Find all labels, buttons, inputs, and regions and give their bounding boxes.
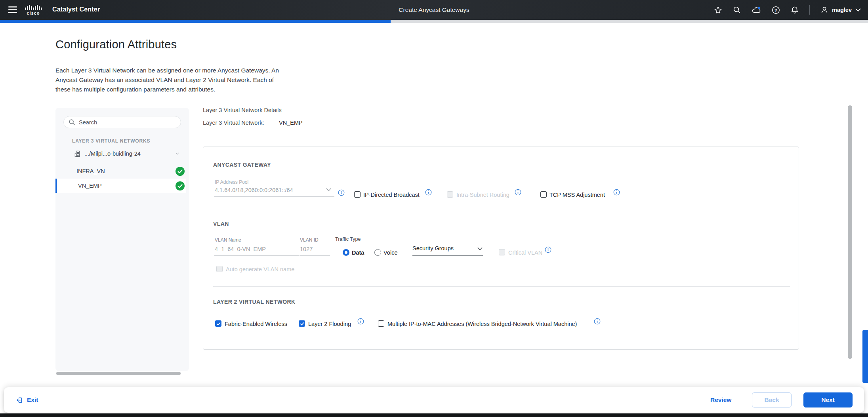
virtual-networks-sidebar <box>55 108 189 371</box>
exit-door-icon <box>16 396 23 404</box>
input-underline <box>412 255 483 256</box>
sidebar-horizontal-scrollbar[interactable] <box>56 372 181 375</box>
complete-check-icon <box>176 167 185 177</box>
tcp-mss-adjustment-checkbox[interactable] <box>540 191 547 198</box>
intra-subnet-routing-checkbox <box>447 191 453 198</box>
vlan-id-label: VLAN ID <box>300 237 319 243</box>
vlan-id-input: 1027 <box>300 246 313 252</box>
chevron-down-icon <box>855 8 861 12</box>
checkbox-label: TCP MSS Adjustment <box>549 192 605 198</box>
checkbox-label: Layer 2 Flooding <box>308 321 351 327</box>
header-actions: ? maglev <box>714 0 861 20</box>
input-underline <box>214 255 300 256</box>
search-icon[interactable] <box>733 6 741 14</box>
workflow-progress-fill <box>0 20 391 23</box>
divider <box>213 286 790 287</box>
vlan-section-title: VLAN <box>213 221 229 227</box>
info-icon[interactable] <box>545 246 551 255</box>
sidebar-site-item[interactable]: .../Milpi...o-buidling-24 <box>74 148 182 159</box>
sidebar-item-vn-emp[interactable]: VN_EMP <box>55 179 186 193</box>
input-underline <box>300 255 330 256</box>
back-label: Back <box>764 396 779 404</box>
anycast-gateway-section-title: ANYCAST GATEWAY <box>213 162 271 168</box>
details-title: Layer 3 Virtual Network Details <box>203 107 282 113</box>
traffic-type-label: Traffic Type <box>335 236 361 242</box>
sidebar-search[interactable] <box>63 116 181 128</box>
page-description: Each Layer 3 Virtual Network can be assi… <box>55 66 279 94</box>
page-description-line: Anycast Gateway has an associated VLAN a… <box>55 75 279 85</box>
gateway-config-card: ANYCAST GATEWAY IP Address Pool 4.1.64.0… <box>203 147 799 350</box>
svg-text:?: ? <box>775 8 777 12</box>
username: maglev <box>832 7 852 13</box>
header-divider <box>809 5 810 15</box>
exit-label: Exit <box>27 396 38 404</box>
next-label: Next <box>821 396 835 404</box>
checkbox-label: Multiple IP-to-MAC Addresses (Wireless B… <box>387 321 577 327</box>
divider <box>213 207 790 207</box>
checkbox-label: Fabric-Enabled Wireless <box>225 321 287 327</box>
user-menu[interactable]: maglev <box>820 6 861 14</box>
input-underline <box>214 196 334 197</box>
review-label: Review <box>710 396 731 404</box>
auto-generate-vlan-checkbox <box>216 266 223 272</box>
exit-button[interactable]: Exit <box>16 387 38 413</box>
back-button: Back <box>752 392 792 407</box>
traffic-voice-radio[interactable] <box>374 249 381 256</box>
window-bottom-edge <box>0 413 868 417</box>
notifications-bell-icon[interactable] <box>791 6 799 14</box>
ip-pool-label: IP Address Pool <box>215 179 248 185</box>
workflow-progress-track <box>0 20 868 23</box>
radio-label: Data <box>352 249 364 256</box>
checkbox-label: Intra-Subnet Routing <box>456 192 509 198</box>
selected-indicator <box>55 179 57 193</box>
info-icon[interactable] <box>357 318 364 326</box>
edge-panel-tab[interactable] <box>862 330 868 383</box>
search-input[interactable] <box>79 119 174 126</box>
checkbox-label: IP-Directed Broadcast <box>363 192 420 198</box>
chevron-down-icon[interactable] <box>176 152 179 155</box>
cloud-status-icon[interactable] <box>752 6 761 14</box>
info-icon[interactable] <box>338 189 345 198</box>
user-icon <box>820 6 828 14</box>
footer-action-bar: Exit Review Back Next <box>4 387 864 413</box>
vertical-scrollbar[interactable] <box>848 105 852 359</box>
page-title: Configuration Attributes <box>55 38 177 51</box>
security-groups-select[interactable]: Security Groups <box>412 245 454 251</box>
info-icon[interactable] <box>594 318 601 326</box>
sidebar-section-label: LAYER 3 VIRTUAL NETWORKS <box>72 138 150 144</box>
layer2-flooding-checkbox[interactable] <box>299 320 305 327</box>
next-button[interactable]: Next <box>803 392 853 407</box>
network-name: VN_EMP <box>78 183 102 189</box>
ip-pool-select-value: 4.1.64.0/18,2060:0:0:2061::/64 <box>215 187 293 193</box>
vlan-name-input: 4_1_64_0-VN_EMP <box>215 246 266 252</box>
traffic-data-radio[interactable] <box>343 249 349 256</box>
page-description-line: these has multiple configuration paramet… <box>55 85 279 94</box>
info-icon[interactable] <box>613 189 620 197</box>
network-field-label: Layer 3 Virtual Network: <box>203 120 264 126</box>
chevron-down-icon <box>326 188 331 192</box>
review-button[interactable]: Review <box>710 387 731 413</box>
help-icon[interactable]: ? <box>772 6 780 14</box>
layer2-section-title: LAYER 2 VIRTUAL NETWORK <box>213 299 296 305</box>
ip-directed-broadcast-checkbox[interactable] <box>354 191 361 198</box>
fabric-enabled-wireless-checkbox[interactable] <box>215 320 221 327</box>
chevron-down-icon[interactable] <box>477 247 483 251</box>
network-field-value: VN_EMP <box>279 120 303 126</box>
complete-check-icon <box>176 181 185 192</box>
network-name: INFRA_VN <box>76 168 105 174</box>
search-icon <box>69 119 75 126</box>
multiple-ip-to-mac-checkbox[interactable] <box>378 320 384 327</box>
divider <box>203 132 845 132</box>
checkbox-label: Auto generate VLAN name <box>226 266 294 272</box>
site-name: .../Milpi...o-buidling-24 <box>84 150 141 157</box>
vlan-name-label: VLAN Name <box>215 237 241 243</box>
checkbox-label: Critical VLAN <box>508 249 542 256</box>
radio-label: Voice <box>383 249 397 256</box>
sidebar-item-infra-vn[interactable]: INFRA_VN <box>55 164 186 178</box>
app-header: cisco Catalyst Center Create Anycast Gat… <box>0 0 868 20</box>
building-icon <box>74 150 81 158</box>
favorites-star-icon[interactable] <box>714 6 722 14</box>
info-icon[interactable] <box>425 189 432 197</box>
critical-vlan-checkbox <box>499 249 505 255</box>
info-icon[interactable] <box>515 189 521 197</box>
